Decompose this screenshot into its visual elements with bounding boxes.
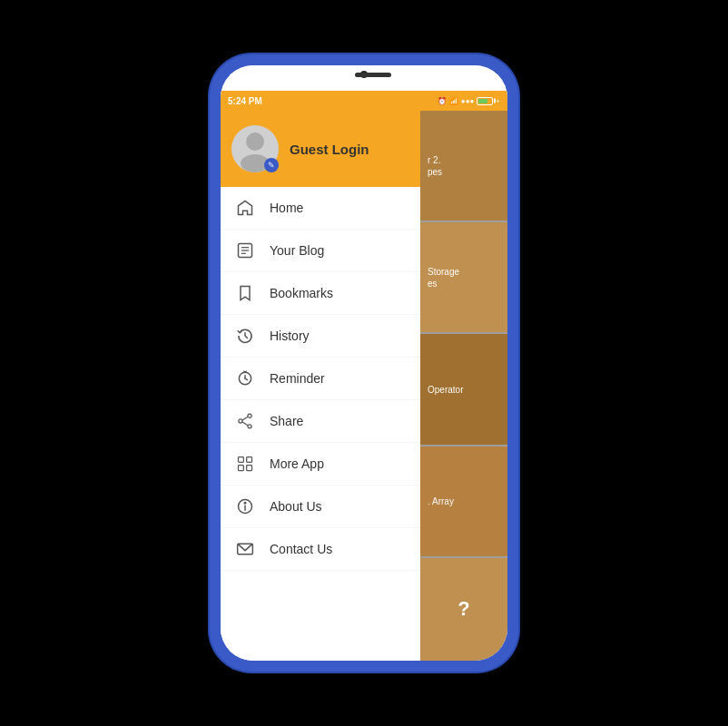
svg-point-12 (239, 419, 242, 423)
content-card-2: Storagees (420, 222, 507, 332)
wifi-status-icon: 📶 (449, 97, 458, 105)
content-card-text-3: Operator (428, 384, 463, 396)
screen: 5:24 PM ⏰ 📶 ●●● + (221, 91, 507, 661)
svg-point-13 (248, 425, 251, 428)
svg-rect-19 (247, 466, 252, 471)
svg-line-8 (245, 378, 248, 380)
menu-item-history[interactable]: History (221, 315, 420, 358)
svg-rect-17 (247, 457, 252, 463)
menu-label-reminder: Reminder (270, 371, 325, 386)
menu-label-share: Share (270, 414, 303, 428)
battery-icon (477, 97, 493, 105)
blog-icon (235, 240, 255, 260)
svg-rect-16 (239, 457, 244, 463)
question-mark: ? (457, 597, 469, 621)
info-icon (235, 496, 255, 516)
menu-item-share[interactable]: Share (221, 400, 420, 443)
reminder-icon (235, 368, 255, 388)
status-bar: 5:24 PM ⏰ 📶 ●●● + (221, 91, 507, 111)
drawer-header: ✎ Guest Login (221, 111, 420, 187)
menu-label-more-app: More App (270, 456, 324, 471)
status-icons: ⏰ 📶 ●●● + (438, 97, 500, 105)
menu-item-contact-us[interactable]: Contact Us (221, 528, 420, 571)
status-time: 5:24 PM (228, 96, 262, 106)
speaker-slot (355, 73, 391, 77)
menu-label-home: Home (270, 201, 303, 215)
history-icon (235, 326, 255, 346)
drawer-menu: Home Yo (221, 187, 420, 571)
content-card-text-1: r 2.pes (428, 154, 442, 178)
svg-line-14 (242, 417, 248, 420)
signal-status-icon: ●●● (461, 97, 475, 105)
phone-top-bar (221, 65, 507, 91)
share-icon (235, 411, 255, 431)
menu-label-bookmarks: Bookmarks (270, 286, 333, 300)
content-card-question: ? (420, 558, 507, 661)
menu-label-contact-us: Contact Us (270, 542, 332, 556)
edit-badge-icon: ✎ (268, 161, 275, 170)
svg-point-11 (248, 414, 251, 417)
grid-icon (235, 454, 255, 474)
menu-label-your-blog: Your Blog (270, 243, 324, 258)
menu-item-more-app[interactable]: More App (221, 443, 420, 486)
content-card-4: . Array (420, 446, 507, 556)
avatar-badge: ✎ (264, 158, 279, 172)
battery-fill (478, 99, 487, 103)
svg-line-15 (242, 422, 248, 426)
alarm-status-icon: ⏰ (438, 97, 447, 105)
svg-point-22 (244, 502, 246, 504)
menu-item-reminder[interactable]: Reminder (221, 358, 420, 400)
content-card-1: r 2.pes (420, 111, 507, 221)
content-card-text-2: Storagees (428, 266, 459, 289)
content-card-3: Operator (420, 334, 507, 444)
svg-rect-18 (239, 466, 244, 471)
battery-plus-icon: + (496, 97, 500, 105)
menu-item-your-blog[interactable]: Your Blog (221, 230, 420, 272)
menu-label-about-us: About Us (270, 499, 322, 514)
menu-item-about-us[interactable]: About Us (221, 486, 420, 528)
content-card-text-4: . Array (428, 495, 454, 507)
drawer-username: Guest Login (290, 142, 369, 157)
menu-item-bookmarks[interactable]: Bookmarks (221, 272, 420, 315)
bookmark-icon (235, 283, 255, 303)
menu-label-history: History (270, 329, 310, 343)
menu-item-home[interactable]: Home (221, 187, 420, 230)
phone-frame: 5:24 PM ⏰ 📶 ●●● + (210, 54, 518, 672)
avatar-container: ✎ (231, 125, 279, 172)
phone-screen: 5:24 PM ⏰ 📶 ●●● + (221, 65, 507, 661)
home-icon (235, 198, 255, 218)
right-content: r 2.pes Storagees Operator . Array ? (420, 111, 507, 661)
screen-content: ✎ Guest Login (221, 111, 507, 661)
svg-point-0 (246, 132, 264, 151)
navigation-drawer[interactable]: ✎ Guest Login (221, 111, 420, 661)
email-icon (235, 539, 255, 559)
